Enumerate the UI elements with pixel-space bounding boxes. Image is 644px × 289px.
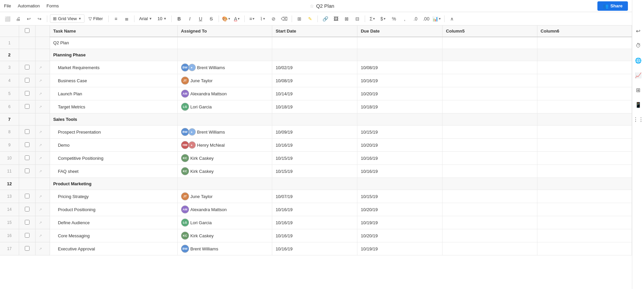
strikethrough-button[interactable]: S [207, 14, 216, 23]
start-date[interactable]: 10/15/19 [272, 165, 357, 178]
menu-automation[interactable]: Automation [18, 3, 40, 8]
expand-row-button[interactable]: ⊠ [342, 14, 351, 23]
assigned-to[interactable]: JTJune Taylor [177, 74, 272, 87]
assigned-to[interactable]: AMAlexandra Mattson [177, 87, 272, 100]
col5-cell[interactable] [443, 49, 537, 61]
due-date[interactable]: 10/20/19 [357, 139, 443, 152]
row-expand[interactable]: ↗ [36, 139, 50, 152]
col-start-header[interactable]: Start Date [272, 26, 357, 37]
toolbar-icon1[interactable]: ⬜ [3, 14, 12, 23]
col5-cell[interactable] [443, 74, 537, 87]
col6-cell[interactable] [537, 37, 632, 49]
assigned-to[interactable]: LGLori Garcia [177, 100, 272, 113]
assigned-to[interactable]: HM▸Henry McNeal [177, 139, 272, 152]
col5-cell[interactable] [443, 139, 537, 152]
col5-cell[interactable] [443, 203, 537, 216]
font-size-dropdown[interactable]: 10 ▼ [156, 15, 169, 22]
more-button[interactable]: ⌫ [280, 14, 289, 23]
col6-cell[interactable] [537, 203, 632, 216]
assigned-to[interactable]: KCKirk Caskey [177, 165, 272, 178]
col5-header[interactable]: Column5 [443, 26, 537, 37]
star-icon[interactable]: ☆ [310, 3, 314, 9]
col6-cell[interactable] [537, 113, 632, 126]
row-expand[interactable]: ↗ [36, 242, 50, 255]
due-date[interactable]: 10/15/19 [357, 190, 443, 203]
due-date[interactable]: 10/16/19 [357, 74, 443, 87]
row-checkbox[interactable] [25, 246, 30, 251]
sidebar-undo-icon[interactable]: ↩ [634, 27, 642, 35]
expand-toolbar-button[interactable]: ∧ [447, 14, 457, 23]
fill-color-button[interactable]: 🎨 ▼ [222, 14, 231, 23]
row-checkbox[interactable] [25, 104, 30, 109]
font-family-dropdown[interactable]: Arial ▼ [137, 15, 154, 22]
row-expand[interactable]: ↗ [36, 100, 50, 113]
row-checkbox[interactable] [25, 194, 30, 198]
col6-cell[interactable] [537, 100, 632, 113]
row-checkbox[interactable] [25, 207, 30, 211]
start-date[interactable]: 10/02/19 [272, 61, 357, 74]
col6-cell[interactable] [537, 74, 632, 87]
sidebar-globe-icon[interactable]: 🌐 [634, 56, 642, 64]
col6-cell[interactable] [537, 87, 632, 100]
assigned-to[interactable]: AMAlexandra Mattson [177, 203, 272, 216]
text-color-button[interactable]: A ▼ [232, 14, 242, 23]
assigned-to[interactable]: BW▸Brent Williams [177, 126, 272, 139]
col-assigned-header[interactable]: Assigned To [177, 26, 272, 37]
task-name[interactable]: Define Audience [50, 216, 177, 229]
col5-cell[interactable] [443, 100, 537, 113]
bold-button[interactable]: B [174, 14, 184, 23]
row-checkbox[interactable] [25, 129, 30, 134]
assigned-to[interactable]: BWBrent Williams [177, 242, 272, 255]
col5-cell[interactable] [443, 216, 537, 229]
col6-cell[interactable] [537, 190, 632, 203]
col5-cell[interactable] [443, 242, 537, 255]
sidebar-activity-icon[interactable]: ⏱ [634, 42, 642, 50]
task-name[interactable]: Competitive Positioning [50, 152, 177, 165]
start-date[interactable]: 10/07/19 [272, 190, 357, 203]
toolbar-align-left[interactable]: ≡ [111, 14, 121, 23]
col5-cell[interactable] [443, 152, 537, 165]
menu-forms[interactable]: Forms [47, 3, 59, 8]
col5-cell[interactable] [443, 126, 537, 139]
assigned-to[interactable]: JTJune Taylor [177, 190, 272, 203]
col6-cell[interactable] [537, 139, 632, 152]
start-date[interactable]: 10/08/19 [272, 74, 357, 87]
due-date[interactable]: 10/18/19 [357, 100, 443, 113]
toolbar-undo[interactable]: ↩ [24, 14, 34, 23]
row-expand[interactable]: ↗ [36, 61, 50, 74]
col6-cell[interactable] [537, 126, 632, 139]
percent-button[interactable]: % [389, 14, 399, 23]
task-name[interactable]: Core Messaging [50, 229, 177, 242]
col6-cell[interactable] [537, 165, 632, 178]
sum-button[interactable]: Σ ▼ [368, 14, 377, 23]
col5-cell[interactable] [443, 113, 537, 126]
row-expand[interactable]: ↗ [36, 216, 50, 229]
col5-cell[interactable] [443, 165, 537, 178]
link-button[interactable]: 🔗 [320, 14, 330, 23]
row-checkbox[interactable] [25, 233, 30, 238]
col-due-header[interactable]: Due Date [357, 26, 443, 37]
row-checkbox[interactable] [25, 168, 30, 173]
italic-button[interactable]: I [185, 14, 194, 23]
filter-button[interactable]: ▽ Filter [86, 15, 106, 22]
row-checkbox[interactable] [25, 142, 30, 147]
due-date[interactable]: 10/19/19 [357, 242, 443, 255]
start-date[interactable]: 10/16/19 [272, 229, 357, 242]
toolbar-redo[interactable]: ↪ [35, 14, 44, 23]
start-date[interactable]: 10/09/19 [272, 126, 357, 139]
task-name[interactable]: Demo [50, 139, 177, 152]
row-expand[interactable]: ↗ [36, 165, 50, 178]
row-expand[interactable]: ↗ [36, 126, 50, 139]
task-name[interactable]: Planning Phase [50, 49, 177, 61]
col5-cell[interactable] [443, 190, 537, 203]
row-expand[interactable]: ↗ [36, 74, 50, 87]
start-date[interactable]: 10/16/19 [272, 242, 357, 255]
collapse-button[interactable]: ⊟ [353, 14, 362, 23]
task-name[interactable]: Prospect Presentation [50, 126, 177, 139]
task-name[interactable]: Market Requirements [50, 61, 177, 74]
task-name[interactable]: Product Marketing [50, 178, 177, 190]
col5-cell[interactable] [443, 87, 537, 100]
dollar-button[interactable]: $ ▼ [378, 14, 388, 23]
row-expand[interactable]: ↗ [36, 190, 50, 203]
underline-button[interactable]: U [196, 14, 205, 23]
